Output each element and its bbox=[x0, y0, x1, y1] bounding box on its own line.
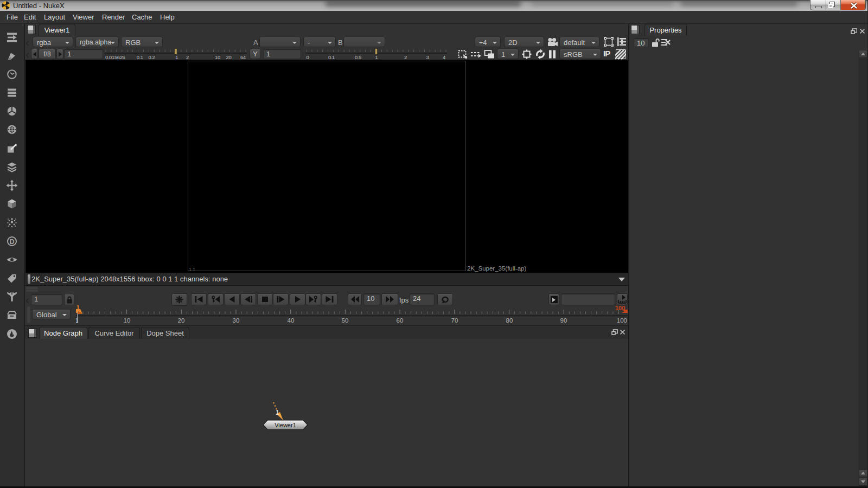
svg-text:D: D bbox=[10, 238, 15, 246]
svg-text:1: 1 bbox=[375, 54, 378, 60]
svg-text:30: 30 bbox=[233, 317, 240, 324]
svg-text:64: 64 bbox=[240, 54, 246, 60]
svg-text:40: 40 bbox=[288, 317, 295, 324]
svg-text:0.5: 0.5 bbox=[355, 54, 361, 60]
svg-text:2: 2 bbox=[186, 54, 189, 60]
svg-text:0.015625: 0.015625 bbox=[105, 54, 125, 60]
svg-text:70: 70 bbox=[451, 317, 458, 324]
svg-text:80: 80 bbox=[506, 317, 513, 324]
svg-text:0: 0 bbox=[307, 54, 309, 60]
svg-text:1: 1 bbox=[76, 318, 79, 324]
svg-text:1: 1 bbox=[276, 409, 279, 416]
svg-text:20: 20 bbox=[178, 317, 185, 324]
svg-text:0.1: 0.1 bbox=[137, 54, 143, 60]
svg-text:10: 10 bbox=[215, 54, 220, 60]
svg-text:1: 1 bbox=[175, 54, 178, 60]
svg-text:90: 90 bbox=[560, 317, 567, 324]
svg-text:60: 60 bbox=[397, 317, 404, 324]
svg-text:50: 50 bbox=[342, 317, 349, 324]
svg-text:10: 10 bbox=[124, 317, 131, 324]
svg-text:0.1: 0.1 bbox=[328, 54, 335, 60]
svg-text:3: 3 bbox=[426, 54, 429, 60]
svg-text:4: 4 bbox=[443, 54, 445, 60]
svg-text:100: 100 bbox=[617, 317, 627, 324]
svg-text:0.2: 0.2 bbox=[148, 54, 155, 60]
svg-text:20: 20 bbox=[226, 54, 232, 60]
svg-text:2: 2 bbox=[404, 54, 407, 60]
